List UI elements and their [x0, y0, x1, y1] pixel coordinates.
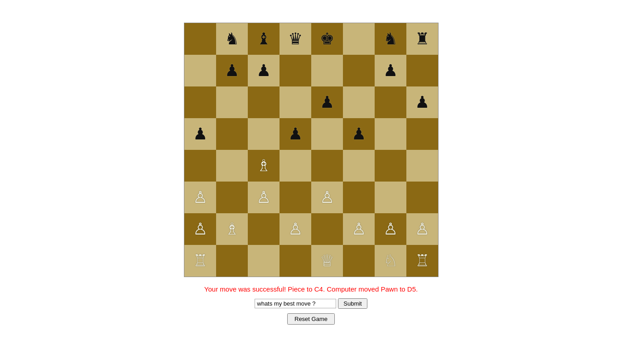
board-cell[interactable]: ♟ — [406, 86, 438, 118]
chess-piece: ♜ — [415, 31, 429, 47]
input-area: Submit — [255, 298, 367, 309]
board-cell[interactable]: ♙ — [406, 213, 438, 245]
board-cell[interactable] — [343, 182, 375, 213]
board-cell[interactable]: ♟ — [311, 86, 343, 118]
submit-button[interactable]: Submit — [338, 298, 367, 309]
board-cell[interactable] — [343, 86, 375, 118]
chess-piece: ♝ — [256, 31, 271, 47]
board-cell[interactable]: ♟ — [375, 55, 406, 86]
board-cell[interactable]: ♚ — [311, 23, 343, 55]
chess-piece: ♟ — [352, 126, 366, 142]
board-cell[interactable]: ♖ — [184, 245, 216, 277]
board-cell[interactable]: ♟ — [280, 118, 311, 150]
board-cell[interactable]: ♝ — [248, 23, 280, 55]
chess-piece: ♟ — [320, 94, 334, 110]
chess-board-container: ♞♝♛♚♞♜♟♟♟♟♟♟♟♟♗♙♙♙♙♗♙♙♙♙♖♕♘♖ — [184, 23, 439, 277]
status-message: Your move was successful! Piece to C4. C… — [204, 285, 418, 293]
board-cell[interactable]: ♙ — [375, 213, 406, 245]
board-cell[interactable]: ♙ — [248, 182, 280, 213]
chess-piece: ♟ — [415, 94, 429, 110]
board-cell[interactable] — [311, 55, 343, 86]
board-cell[interactable] — [280, 55, 311, 86]
board-cell[interactable] — [216, 150, 248, 182]
board-cell[interactable]: ♟ — [248, 55, 280, 86]
board-cell[interactable]: ♘ — [375, 245, 406, 277]
board-cell[interactable] — [216, 182, 248, 213]
board-cell[interactable] — [248, 86, 280, 118]
board-cell[interactable]: ♟ — [343, 118, 375, 150]
board-cell[interactable] — [216, 118, 248, 150]
board-cell[interactable]: ♙ — [343, 213, 375, 245]
board-cell[interactable] — [184, 150, 216, 182]
chess-piece: ♟ — [193, 126, 207, 142]
board-cell[interactable]: ♜ — [406, 23, 438, 55]
chess-piece: ♘ — [383, 253, 398, 269]
board-cell[interactable] — [248, 118, 280, 150]
board-cell[interactable] — [343, 150, 375, 182]
board-cell[interactable] — [248, 245, 280, 277]
board-cell[interactable] — [280, 182, 311, 213]
board-cell[interactable]: ♗ — [216, 213, 248, 245]
board-cell[interactable] — [343, 23, 375, 55]
board-cell[interactable]: ♙ — [311, 182, 343, 213]
chess-piece: ♞ — [225, 31, 239, 47]
board-cell[interactable] — [311, 150, 343, 182]
chess-piece: ♙ — [320, 189, 334, 206]
board-cell[interactable] — [184, 23, 216, 55]
board-cell[interactable] — [375, 86, 406, 118]
chess-piece: ♙ — [415, 221, 429, 237]
chess-board: ♞♝♛♚♞♜♟♟♟♟♟♟♟♟♗♙♙♙♙♗♙♙♙♙♖♕♘♖ — [184, 23, 439, 277]
move-input[interactable] — [255, 299, 336, 308]
board-cell[interactable]: ♗ — [248, 150, 280, 182]
chess-piece: ♖ — [415, 253, 429, 269]
chess-piece: ♗ — [256, 158, 271, 174]
chess-piece: ♟ — [383, 62, 398, 79]
chess-piece: ♙ — [193, 221, 207, 237]
chess-piece: ♙ — [288, 221, 303, 237]
board-cell[interactable]: ♟ — [216, 55, 248, 86]
chess-piece: ♟ — [288, 126, 303, 142]
board-cell[interactable] — [375, 118, 406, 150]
board-cell[interactable] — [216, 245, 248, 277]
board-cell[interactable]: ♙ — [184, 213, 216, 245]
chess-piece: ♗ — [225, 221, 239, 237]
board-cell[interactable] — [375, 150, 406, 182]
board-cell[interactable] — [280, 245, 311, 277]
board-cell[interactable] — [343, 55, 375, 86]
reset-button[interactable]: Reset Game — [287, 313, 335, 325]
board-cell[interactable]: ♙ — [280, 213, 311, 245]
board-cell[interactable]: ♞ — [375, 23, 406, 55]
chess-piece: ♛ — [288, 31, 303, 47]
board-cell[interactable] — [406, 150, 438, 182]
chess-piece: ♚ — [320, 31, 334, 47]
board-cell[interactable]: ♕ — [311, 245, 343, 277]
chess-piece: ♙ — [352, 221, 366, 237]
chess-piece: ♟ — [256, 62, 271, 79]
board-cell[interactable] — [406, 118, 438, 150]
board-cell[interactable] — [280, 86, 311, 118]
board-cell[interactable]: ♞ — [216, 23, 248, 55]
board-cell[interactable] — [216, 86, 248, 118]
board-cell[interactable]: ♟ — [184, 118, 216, 150]
board-cell[interactable] — [184, 55, 216, 86]
chess-piece: ♕ — [320, 253, 334, 269]
board-cell[interactable] — [343, 245, 375, 277]
board-cell[interactable]: ♖ — [406, 245, 438, 277]
board-cell[interactable] — [184, 86, 216, 118]
board-cell[interactable]: ♛ — [280, 23, 311, 55]
board-cell[interactable] — [280, 150, 311, 182]
board-cell[interactable] — [311, 213, 343, 245]
chess-piece: ♙ — [193, 189, 207, 206]
chess-piece: ♙ — [256, 189, 271, 206]
board-cell[interactable] — [406, 55, 438, 86]
board-cell[interactable] — [406, 182, 438, 213]
board-cell[interactable] — [375, 182, 406, 213]
chess-piece: ♖ — [193, 253, 207, 269]
chess-piece: ♟ — [225, 62, 239, 79]
board-cell[interactable]: ♙ — [184, 182, 216, 213]
board-cell[interactable] — [311, 118, 343, 150]
chess-piece: ♞ — [383, 31, 398, 47]
board-cell[interactable] — [248, 213, 280, 245]
chess-piece: ♙ — [383, 221, 398, 237]
